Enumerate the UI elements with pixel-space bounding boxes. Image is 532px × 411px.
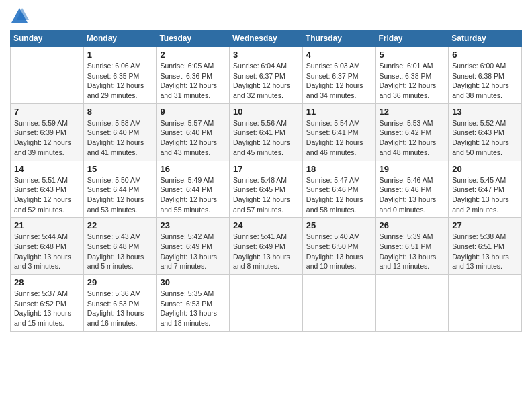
calendar-day-cell: 2Sunrise: 6:05 AM Sunset: 6:36 PM Daylig… bbox=[157, 47, 230, 104]
calendar-day-cell: 5Sunrise: 6:01 AM Sunset: 6:38 PM Daylig… bbox=[375, 47, 449, 104]
logo bbox=[10, 7, 32, 26]
weekday-header: Thursday bbox=[302, 30, 375, 47]
day-number: 9 bbox=[160, 107, 226, 117]
calendar-day-cell: 7Sunrise: 5:59 AM Sunset: 6:39 PM Daylig… bbox=[11, 103, 84, 161]
day-info: Sunrise: 5:43 AM Sunset: 6:48 PM Dayligh… bbox=[87, 232, 153, 271]
calendar-week-row: 21Sunrise: 5:44 AM Sunset: 6:48 PM Dayli… bbox=[11, 218, 522, 275]
weekday-header: Saturday bbox=[449, 30, 522, 47]
day-info: Sunrise: 5:45 AM Sunset: 6:47 PM Dayligh… bbox=[452, 175, 518, 215]
calendar-header-row: SundayMondayTuesdayWednesdayThursdayFrid… bbox=[11, 30, 522, 47]
day-number: 29 bbox=[87, 277, 153, 287]
day-number: 13 bbox=[452, 107, 518, 117]
day-info: Sunrise: 5:46 AM Sunset: 6:46 PM Dayligh… bbox=[380, 175, 445, 215]
day-info: Sunrise: 5:41 AM Sunset: 6:49 PM Dayligh… bbox=[233, 232, 299, 271]
day-info: Sunrise: 5:58 AM Sunset: 6:40 PM Dayligh… bbox=[87, 118, 153, 158]
calendar-day-cell bbox=[230, 275, 303, 332]
page-container: SundayMondayTuesdayWednesdayThursdayFrid… bbox=[0, 0, 532, 338]
day-info: Sunrise: 5:37 AM Sunset: 6:52 PM Dayligh… bbox=[14, 289, 80, 328]
calendar-day-cell bbox=[375, 275, 449, 332]
weekday-header: Wednesday bbox=[230, 30, 303, 47]
calendar-day-cell bbox=[449, 275, 522, 332]
calendar-week-row: 1Sunrise: 6:06 AM Sunset: 6:35 PM Daylig… bbox=[11, 47, 522, 104]
calendar-day-cell: 8Sunrise: 5:58 AM Sunset: 6:40 PM Daylig… bbox=[83, 103, 157, 161]
calendar-day-cell: 9Sunrise: 5:57 AM Sunset: 6:40 PM Daylig… bbox=[157, 103, 230, 161]
day-info: Sunrise: 5:56 AM Sunset: 6:41 PM Dayligh… bbox=[233, 118, 299, 158]
day-info: Sunrise: 5:40 AM Sunset: 6:50 PM Dayligh… bbox=[306, 232, 372, 271]
calendar-week-row: 28Sunrise: 5:37 AM Sunset: 6:52 PM Dayli… bbox=[11, 275, 522, 332]
weekday-header: Tuesday bbox=[157, 30, 230, 47]
calendar-week-row: 7Sunrise: 5:59 AM Sunset: 6:39 PM Daylig… bbox=[11, 103, 522, 161]
day-info: Sunrise: 5:39 AM Sunset: 6:51 PM Dayligh… bbox=[380, 232, 445, 271]
day-number: 3 bbox=[233, 50, 299, 60]
calendar-day-cell: 12Sunrise: 5:53 AM Sunset: 6:42 PM Dayli… bbox=[375, 103, 449, 161]
day-number: 25 bbox=[306, 220, 372, 230]
day-number: 12 bbox=[380, 107, 445, 117]
calendar-day-cell: 15Sunrise: 5:50 AM Sunset: 6:44 PM Dayli… bbox=[83, 161, 157, 218]
calendar-day-cell: 13Sunrise: 5:52 AM Sunset: 6:43 PM Dayli… bbox=[449, 103, 522, 161]
calendar-day-cell: 11Sunrise: 5:54 AM Sunset: 6:41 PM Dayli… bbox=[302, 103, 375, 161]
calendar-day-cell: 10Sunrise: 5:56 AM Sunset: 6:41 PM Dayli… bbox=[230, 103, 303, 161]
calendar-day-cell: 16Sunrise: 5:49 AM Sunset: 6:44 PM Dayli… bbox=[157, 161, 230, 218]
calendar-day-cell: 6Sunrise: 6:00 AM Sunset: 6:38 PM Daylig… bbox=[449, 47, 522, 104]
calendar-week-row: 14Sunrise: 5:51 AM Sunset: 6:43 PM Dayli… bbox=[11, 161, 522, 218]
day-info: Sunrise: 5:52 AM Sunset: 6:43 PM Dayligh… bbox=[452, 118, 518, 158]
calendar-day-cell bbox=[302, 275, 375, 332]
day-number: 7 bbox=[14, 107, 80, 117]
day-info: Sunrise: 5:47 AM Sunset: 6:46 PM Dayligh… bbox=[306, 175, 372, 215]
weekday-header: Monday bbox=[83, 30, 157, 47]
day-number: 28 bbox=[14, 277, 80, 287]
day-info: Sunrise: 5:50 AM Sunset: 6:44 PM Dayligh… bbox=[87, 175, 153, 215]
day-info: Sunrise: 6:04 AM Sunset: 6:37 PM Dayligh… bbox=[233, 61, 299, 101]
day-info: Sunrise: 6:05 AM Sunset: 6:36 PM Dayligh… bbox=[160, 61, 226, 101]
calendar-day-cell: 23Sunrise: 5:42 AM Sunset: 6:49 PM Dayli… bbox=[157, 218, 230, 275]
day-number: 14 bbox=[14, 164, 80, 174]
day-number: 18 bbox=[306, 164, 372, 174]
day-info: Sunrise: 5:48 AM Sunset: 6:45 PM Dayligh… bbox=[233, 175, 299, 215]
calendar-day-cell: 17Sunrise: 5:48 AM Sunset: 6:45 PM Dayli… bbox=[230, 161, 303, 218]
day-info: Sunrise: 5:57 AM Sunset: 6:40 PM Dayligh… bbox=[160, 118, 226, 158]
weekday-header: Friday bbox=[375, 30, 449, 47]
day-info: Sunrise: 6:01 AM Sunset: 6:38 PM Dayligh… bbox=[380, 61, 445, 101]
day-number: 22 bbox=[87, 220, 153, 230]
calendar-day-cell: 24Sunrise: 5:41 AM Sunset: 6:49 PM Dayli… bbox=[230, 218, 303, 275]
calendar-day-cell: 18Sunrise: 5:47 AM Sunset: 6:46 PM Dayli… bbox=[302, 161, 375, 218]
day-number: 23 bbox=[160, 220, 226, 230]
day-number: 21 bbox=[14, 220, 80, 230]
calendar-day-cell: 27Sunrise: 5:38 AM Sunset: 6:51 PM Dayli… bbox=[449, 218, 522, 275]
day-number: 26 bbox=[380, 220, 445, 230]
day-number: 11 bbox=[306, 107, 372, 117]
day-info: Sunrise: 5:42 AM Sunset: 6:49 PM Dayligh… bbox=[160, 232, 226, 271]
calendar-day-cell: 20Sunrise: 5:45 AM Sunset: 6:47 PM Dayli… bbox=[449, 161, 522, 218]
calendar-day-cell: 25Sunrise: 5:40 AM Sunset: 6:50 PM Dayli… bbox=[302, 218, 375, 275]
calendar-day-cell: 21Sunrise: 5:44 AM Sunset: 6:48 PM Dayli… bbox=[11, 218, 84, 275]
day-number: 10 bbox=[233, 107, 299, 117]
calendar-day-cell: 30Sunrise: 5:35 AM Sunset: 6:53 PM Dayli… bbox=[157, 275, 230, 332]
calendar-day-cell: 1Sunrise: 6:06 AM Sunset: 6:35 PM Daylig… bbox=[83, 47, 157, 104]
calendar-day-cell: 26Sunrise: 5:39 AM Sunset: 6:51 PM Dayli… bbox=[375, 218, 449, 275]
day-number: 30 bbox=[160, 277, 226, 287]
day-number: 19 bbox=[380, 164, 445, 174]
calendar-day-cell: 29Sunrise: 5:36 AM Sunset: 6:53 PM Dayli… bbox=[83, 275, 157, 332]
day-info: Sunrise: 5:49 AM Sunset: 6:44 PM Dayligh… bbox=[160, 175, 226, 215]
calendar-day-cell bbox=[11, 47, 84, 104]
day-number: 17 bbox=[233, 164, 299, 174]
logo-icon bbox=[10, 7, 29, 26]
calendar-day-cell: 22Sunrise: 5:43 AM Sunset: 6:48 PM Dayli… bbox=[83, 218, 157, 275]
day-number: 6 bbox=[452, 50, 518, 60]
day-info: Sunrise: 5:35 AM Sunset: 6:53 PM Dayligh… bbox=[160, 289, 226, 328]
day-info: Sunrise: 5:54 AM Sunset: 6:41 PM Dayligh… bbox=[306, 118, 372, 158]
calendar-day-cell: 3Sunrise: 6:04 AM Sunset: 6:37 PM Daylig… bbox=[230, 47, 303, 104]
calendar-day-cell: 4Sunrise: 6:03 AM Sunset: 6:37 PM Daylig… bbox=[302, 47, 375, 104]
day-info: Sunrise: 5:59 AM Sunset: 6:39 PM Dayligh… bbox=[14, 118, 80, 158]
day-info: Sunrise: 5:53 AM Sunset: 6:42 PM Dayligh… bbox=[380, 118, 445, 158]
day-info: Sunrise: 5:44 AM Sunset: 6:48 PM Dayligh… bbox=[14, 232, 80, 271]
day-number: 4 bbox=[306, 50, 372, 60]
header bbox=[10, 7, 522, 26]
day-info: Sunrise: 5:38 AM Sunset: 6:51 PM Dayligh… bbox=[452, 232, 518, 271]
day-number: 16 bbox=[160, 164, 226, 174]
day-number: 8 bbox=[87, 107, 153, 117]
day-info: Sunrise: 6:06 AM Sunset: 6:35 PM Dayligh… bbox=[87, 61, 153, 101]
day-info: Sunrise: 5:36 AM Sunset: 6:53 PM Dayligh… bbox=[87, 289, 153, 328]
calendar-day-cell: 14Sunrise: 5:51 AM Sunset: 6:43 PM Dayli… bbox=[11, 161, 84, 218]
day-number: 2 bbox=[160, 50, 226, 60]
